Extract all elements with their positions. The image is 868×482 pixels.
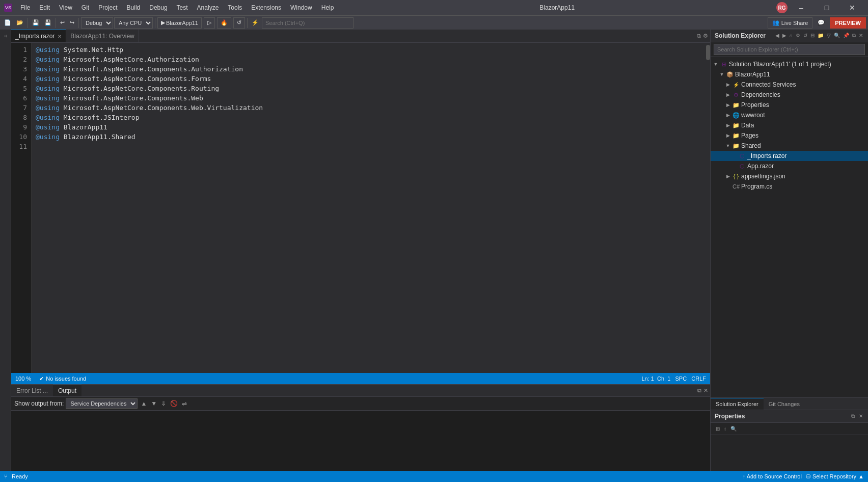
props-arrow[interactable]: ▶ (725, 102, 731, 108)
prop-search-props-button[interactable]: 🔍 (729, 425, 738, 433)
se-tab-git-changes[interactable]: Git Changes (764, 398, 805, 410)
se-tab-solution-explorer[interactable]: Solution Explorer (711, 398, 764, 410)
tab-imports-razor[interactable]: _Imports.razor ✕ (11, 30, 66, 42)
prop-categories-button[interactable]: ⊞ (715, 425, 721, 433)
se-float[interactable]: ⧉ (851, 32, 857, 40)
menu-file[interactable]: File (16, 2, 34, 13)
live-share-button[interactable]: 👥 Live Share (768, 17, 813, 29)
feedback-button[interactable]: 💬 (816, 18, 827, 27)
se-nav-back[interactable]: ◀ (774, 32, 780, 40)
se-refresh[interactable]: ↺ (802, 32, 808, 40)
menu-analyze[interactable]: Analyze (193, 2, 223, 13)
tab-settings-button[interactable]: ⚙ (703, 33, 708, 39)
se-filter[interactable]: ▽ (826, 32, 832, 40)
tree-dependencies[interactable]: ▶ ⚙ Dependencies (711, 90, 868, 100)
output-scroll-bottom[interactable]: ⇓ (160, 399, 167, 408)
project-expand-arrow[interactable]: ▼ (719, 72, 725, 77)
search-input[interactable] (262, 17, 354, 29)
minimize-button[interactable]: – (790, 0, 813, 15)
new-project-button[interactable]: 📄 (2, 18, 13, 27)
tab-overview[interactable]: BlazorApp11: Overview (66, 30, 139, 42)
tab-close-imports[interactable]: ✕ (58, 34, 62, 39)
menu-test[interactable]: Test (173, 2, 192, 13)
expand-arrow[interactable]: ▼ (713, 62, 719, 67)
se-collapse[interactable]: ⊟ (809, 32, 816, 40)
prop-close-button[interactable]: ✕ (858, 412, 864, 420)
se-sync[interactable]: ⚙ (795, 32, 801, 40)
data-arrow[interactable]: ▶ (725, 123, 731, 128)
menu-git[interactable]: Git (77, 2, 93, 13)
output-close-button[interactable]: ✕ (703, 387, 708, 394)
tree-shared[interactable]: ▼ 📁 Shared (711, 141, 868, 151)
se-search-btn[interactable]: 🔍 (833, 32, 841, 40)
restart-button[interactable]: ↺ (233, 17, 245, 29)
user-avatar[interactable]: RG (776, 2, 788, 13)
hot-reload-button[interactable]: 🔥 (217, 17, 231, 29)
tree-appsettings[interactable]: ▶ { } appsettings.json (711, 171, 868, 181)
menu-window[interactable]: Window (286, 2, 316, 13)
undo-button[interactable]: ↩ (58, 18, 67, 27)
output-source-dropdown[interactable]: Service Dependencies Build Debug Git (66, 398, 138, 409)
tree-wwwroot[interactable]: ▶ 🌐 wwwroot (711, 110, 868, 120)
run-without-debug-button[interactable]: ▷ (204, 17, 215, 29)
menu-help[interactable]: Help (317, 2, 338, 13)
select-repository-button[interactable]: ⛁ Select Repository ▲ (806, 473, 864, 480)
maximize-button[interactable]: □ (815, 0, 838, 15)
menu-tools[interactable]: Tools (224, 2, 246, 13)
debug-config-dropdown[interactable]: Debug (81, 17, 113, 29)
menu-debug[interactable]: Debug (145, 2, 171, 13)
attach-button[interactable]: ⚡ (250, 18, 261, 27)
tree-imports-razor[interactable]: ⬡ _Imports.razor (711, 151, 868, 161)
shared-arrow[interactable]: ▼ (725, 143, 731, 148)
se-pin[interactable]: 📌 (842, 32, 850, 40)
save-all-button[interactable]: 💾 (42, 18, 53, 27)
menu-build[interactable]: Build (123, 2, 145, 13)
tree-project[interactable]: ▼ 📦 BlazorApp11 (711, 69, 868, 79)
save-button[interactable]: 💾 (30, 18, 41, 27)
tree-pages[interactable]: ▶ 📁 Pages (711, 130, 868, 141)
se-nav-fwd[interactable]: ▶ (781, 32, 788, 40)
tree-connected-services[interactable]: ▶ ⚡ Connected Services (711, 79, 868, 90)
menu-view[interactable]: View (55, 2, 76, 13)
output-clear[interactable]: 🚫 (169, 399, 179, 408)
tab-error-list[interactable]: Error List ... (11, 385, 53, 396)
tree-solution[interactable]: ▼ ⊞ Solution 'BlazorApp11' (1 of 1 proje… (711, 59, 868, 69)
output-scroll-down[interactable]: ▼ (150, 399, 158, 408)
output-scroll-up[interactable]: ▲ (140, 399, 148, 408)
se-home[interactable]: ⌂ (789, 32, 794, 40)
menu-extensions[interactable]: Extensions (247, 2, 285, 13)
se-show-all[interactable]: 📁 (817, 32, 825, 40)
editor-scrollbar[interactable] (706, 43, 710, 373)
preview-button[interactable]: PREVIEW (830, 17, 866, 29)
output-word-wrap[interactable]: ⇌ (181, 399, 188, 408)
tree-app-razor[interactable]: ⬡ App.razor (711, 161, 868, 171)
close-button[interactable]: ✕ (840, 0, 864, 15)
se-close[interactable]: ✕ (858, 32, 864, 40)
tab-split-button[interactable]: ⧉ (697, 33, 701, 39)
scroll-thumb[interactable] (706, 45, 710, 60)
zoom-indicator[interactable]: 100 % (15, 376, 31, 382)
prop-sort-button[interactable]: ↕ (723, 425, 727, 433)
tree-data[interactable]: ▶ 📁 Data (711, 120, 868, 130)
cs-arrow[interactable]: ▶ (725, 82, 731, 87)
tree-program-cs[interactable]: C# Program.cs (711, 181, 868, 192)
issues-indicator[interactable]: ✔ No issues found (39, 376, 86, 382)
se-search-input[interactable] (714, 44, 865, 55)
redo-button[interactable]: ↪ (68, 18, 76, 27)
output-float-button[interactable]: ⧉ (697, 387, 701, 394)
tree-properties[interactable]: ▶ 📁 Properties (711, 100, 868, 110)
run-button[interactable]: ▶ BlazorApp11 (157, 17, 202, 29)
www-arrow[interactable]: ▶ (725, 113, 731, 118)
settings-arrow[interactable]: ▶ (725, 174, 731, 179)
tab-output[interactable]: Output (53, 385, 82, 396)
code-content[interactable]: @using System.Net.Http @using Microsoft.… (32, 43, 706, 373)
open-button[interactable]: 📂 (14, 18, 25, 27)
add-to-source-button[interactable]: ↑ Add to Source Control (743, 473, 802, 479)
menu-edit[interactable]: Edit (35, 2, 54, 13)
dep-arrow[interactable]: ▶ (725, 92, 731, 97)
prop-float-button[interactable]: ⧉ (850, 412, 856, 420)
menu-project[interactable]: Project (94, 2, 121, 13)
toolbox-button[interactable]: T (1, 32, 10, 41)
pages-arrow[interactable]: ▶ (725, 133, 731, 138)
platform-dropdown[interactable]: Any CPU (114, 17, 153, 29)
